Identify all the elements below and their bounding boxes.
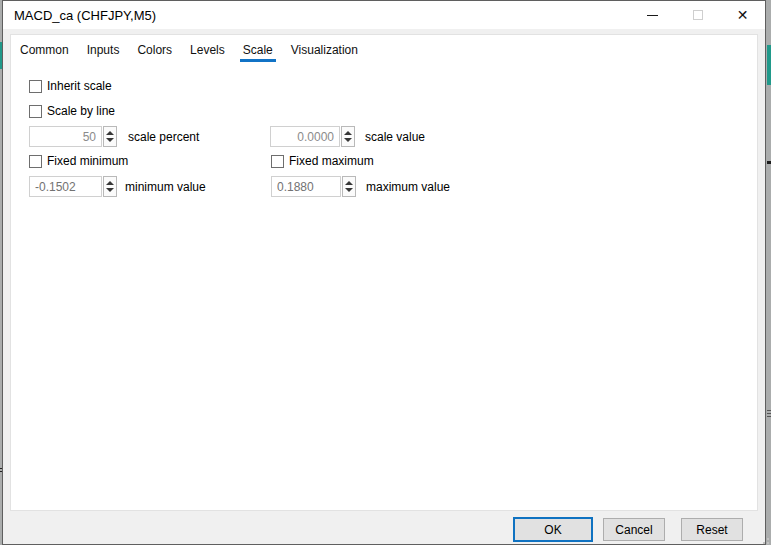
scale-percent-label: scale percent — [128, 130, 199, 144]
spinner-down-icon[interactable] — [106, 188, 114, 192]
maximum-value-group: maximum value — [271, 176, 450, 197]
scale-by-line-row: Scale by line — [29, 104, 115, 118]
scale-percent-input[interactable] — [29, 126, 102, 147]
window-title: MACD_ca (CHFJPY,M5) — [14, 8, 156, 23]
minimum-value-input[interactable] — [29, 176, 102, 197]
background-mark-right-2 — [767, 410, 771, 411]
scale-by-line-checkbox[interactable] — [29, 105, 42, 118]
spinner-up-icon[interactable] — [106, 181, 114, 185]
minimum-value-spinner[interactable] — [103, 176, 117, 197]
tab-colors[interactable]: Colors — [134, 43, 175, 62]
titlebar: MACD_ca (CHFJPY,M5) ✕ — [3, 1, 765, 29]
maximum-value-spinner[interactable] — [342, 176, 356, 197]
tab-scale[interactable]: Scale — [240, 43, 276, 62]
scale-percent-group: scale percent — [29, 126, 199, 147]
fixed-minimum-row: Fixed minimum — [29, 154, 128, 168]
window-controls: ✕ — [630, 1, 765, 29]
maximize-button — [675, 1, 720, 29]
tab-common[interactable]: Common — [17, 43, 72, 62]
indicator-properties-dialog: MACD_ca (CHFJPY,M5) ✕ Common Inputs Colo… — [2, 0, 766, 545]
close-icon: ✕ — [737, 8, 749, 22]
reset-button[interactable]: Reset — [681, 518, 743, 541]
resize-grip-icon[interactable] — [759, 538, 761, 540]
spinner-down-icon[interactable] — [106, 138, 114, 142]
background-teal-right — [767, 45, 771, 85]
scale-value-group: scale value — [270, 126, 425, 147]
cancel-button[interactable]: Cancel — [603, 518, 665, 541]
close-button[interactable]: ✕ — [720, 1, 765, 29]
background-mark-right — [767, 161, 771, 164]
inherit-scale-row: Inherit scale — [29, 79, 112, 93]
scale-value-input[interactable] — [270, 126, 340, 147]
ok-button[interactable]: OK — [513, 517, 593, 542]
spinner-down-icon[interactable] — [344, 138, 352, 142]
tab-visualization[interactable]: Visualization — [288, 43, 361, 62]
scale-by-line-label: Scale by line — [47, 104, 115, 118]
spinner-up-icon[interactable] — [344, 131, 352, 135]
scale-value-spinner[interactable] — [341, 126, 355, 147]
maximum-value-label: maximum value — [366, 180, 450, 194]
fixed-minimum-label: Fixed minimum — [47, 154, 128, 168]
inherit-scale-label: Inherit scale — [47, 79, 112, 93]
minimize-button[interactable] — [630, 1, 675, 29]
fixed-maximum-checkbox[interactable] — [271, 155, 284, 168]
tab-bar: Common Inputs Colors Levels Scale Visual… — [11, 35, 757, 62]
tab-page-panel: Common Inputs Colors Levels Scale Visual… — [10, 34, 758, 511]
spinner-up-icon[interactable] — [345, 181, 353, 185]
fixed-minimum-checkbox[interactable] — [29, 155, 42, 168]
scale-value-label: scale value — [365, 130, 425, 144]
tab-levels[interactable]: Levels — [187, 43, 228, 62]
spinner-up-icon[interactable] — [106, 131, 114, 135]
fixed-maximum-label: Fixed maximum — [289, 154, 374, 168]
maximum-value-input[interactable] — [271, 176, 341, 197]
minimize-icon — [647, 15, 658, 16]
minimum-value-group: minimum value — [29, 176, 206, 197]
scale-percent-spinner[interactable] — [103, 126, 117, 147]
fixed-maximum-row: Fixed maximum — [271, 154, 374, 168]
spinner-down-icon[interactable] — [345, 188, 353, 192]
tab-inputs[interactable]: Inputs — [84, 43, 123, 62]
maximize-icon — [693, 10, 703, 20]
inherit-scale-checkbox[interactable] — [29, 80, 42, 93]
minimum-value-label: minimum value — [125, 180, 206, 194]
